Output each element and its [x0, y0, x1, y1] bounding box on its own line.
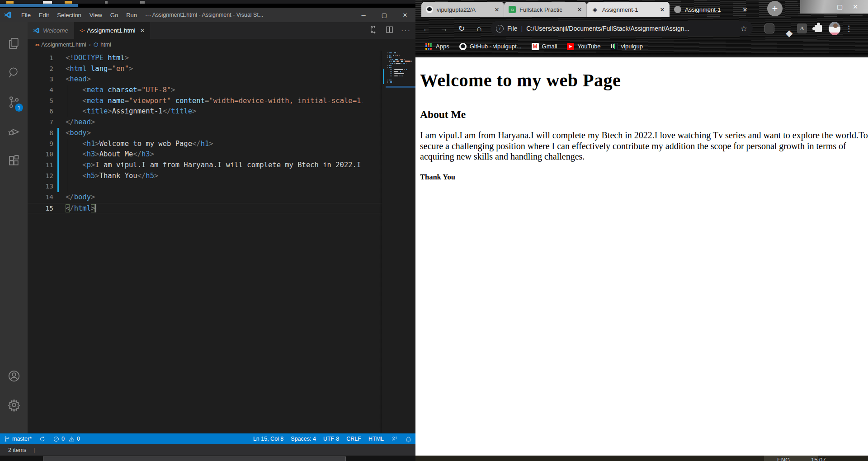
more-actions-icon[interactable]: ···: [401, 27, 411, 35]
code-line[interactable]: 13: [28, 181, 415, 192]
split-editor-icon[interactable]: [385, 25, 394, 36]
account-icon[interactable]: [0, 363, 28, 389]
bookmark-label: YouTube: [577, 43, 600, 50]
bookmark-item[interactable]: Apps: [425, 43, 449, 50]
minimap-currentline: [386, 86, 415, 88]
bookmark-star-icon[interactable]: ☆: [741, 24, 747, 33]
menu-item[interactable]: Selection: [53, 8, 85, 22]
address-bar[interactable]: i File | C:/Users/sanjil/Documents/FullS…: [491, 21, 753, 36]
tab-assignment1-html[interactable]: <> Assignment1.html ✕: [74, 22, 151, 39]
divider: |: [33, 447, 35, 453]
bookmark-item[interactable]: GitHub - vipulgupt...: [459, 43, 522, 50]
browser-tab[interactable]: Assignment-1✕: [670, 2, 752, 17]
code-line[interactable]: 12 <h5>Thank You</h5>: [28, 171, 415, 182]
notifications-bell-icon[interactable]: [401, 433, 415, 444]
chevron-right-icon: ›: [89, 42, 91, 48]
code-line[interactable]: 1<!DOCTYPE html>: [28, 53, 415, 64]
code-line[interactable]: 5 <meta name="viewport" content="width=d…: [28, 96, 415, 107]
close-icon[interactable]: ✕: [853, 3, 858, 10]
code-line[interactable]: 7</head>: [28, 117, 415, 128]
explorer-icon[interactable]: [0, 30, 28, 56]
encoding-item[interactable]: UTF-8: [320, 433, 343, 444]
menu-item[interactable]: View: [85, 8, 106, 22]
vscode-menubar: FileEditSelectionViewGoRun···: [17, 8, 155, 22]
line-number: 6: [28, 106, 53, 117]
chrome-menu-icon[interactable]: ⋮: [845, 24, 853, 33]
feedback-icon[interactable]: [387, 433, 401, 444]
line-number: 15: [28, 203, 53, 214]
extension-cube-icon[interactable]: ◆: [780, 23, 792, 34]
forward-icon[interactable]: →: [437, 22, 451, 35]
code-line[interactable]: 15</html>: [28, 203, 415, 214]
extensions-icon[interactable]: [0, 148, 28, 174]
code-line[interactable]: 9 <h1>Welcome to my web Page</h1>: [28, 139, 415, 150]
reload-icon[interactable]: ↻: [455, 22, 468, 35]
code-line[interactable]: 14</body>: [28, 192, 415, 203]
code-text: <h3>About Me</h3>: [66, 149, 363, 160]
acrobat-extension-icon[interactable]: A: [796, 23, 808, 34]
code-line[interactable]: 8<body>: [28, 128, 415, 139]
page-info-icon[interactable]: i: [496, 25, 504, 33]
tab-close-icon[interactable]: ✕: [741, 6, 749, 13]
tab-close-icon[interactable]: ✕: [576, 6, 583, 13]
search-icon[interactable]: [0, 60, 28, 86]
browser-tab[interactable]: ☺Fullstack Practic✕: [504, 2, 587, 17]
open-changes-icon[interactable]: [369, 25, 378, 36]
bookmark-item[interactable]: ▶YouTube: [567, 43, 600, 50]
maximize-icon[interactable]: ▢: [837, 3, 843, 10]
indentation-item[interactable]: Spaces: 4: [287, 433, 320, 444]
eol-item[interactable]: CRLF: [343, 433, 365, 444]
browser-tab[interactable]: vipulgupta22/A✕: [421, 2, 504, 17]
run-debug-icon[interactable]: [0, 118, 28, 145]
back-icon[interactable]: ←: [420, 22, 433, 35]
gmail-icon: M: [532, 43, 539, 50]
sync-changes-item[interactable]: [35, 433, 49, 444]
bookmark-item[interactable]: H▎vipulgup: [611, 43, 643, 50]
menu-item[interactable]: File: [17, 8, 35, 22]
new-tab-button[interactable]: +: [767, 1, 783, 16]
page-top-border: [415, 53, 868, 57]
menu-item[interactable]: Edit: [35, 8, 53, 22]
menu-item[interactable]: ···: [141, 8, 155, 22]
settings-gear-icon[interactable]: [0, 392, 28, 418]
breadcrumb[interactable]: <> Assignment1.html › ⬡ html: [28, 39, 415, 51]
page-heading-h1: Welcome to my web Page: [420, 70, 868, 91]
close-button[interactable]: ✕: [395, 8, 415, 22]
browser-tab-active[interactable]: ◈Assignment-1✕: [587, 2, 670, 17]
cursor-position-item[interactable]: Ln 15, Col 8: [250, 433, 287, 444]
git-branch-item[interactable]: master*: [0, 433, 35, 444]
tab-close-icon[interactable]: ✕: [140, 27, 145, 34]
source-control-icon[interactable]: 1: [0, 89, 28, 115]
code-line[interactable]: 11 <p>I am vipul.I am from Haryana.I wil…: [28, 160, 415, 171]
code-editor[interactable]: 1<!DOCTYPE html>2<html lang="en">3<head>…: [28, 51, 415, 433]
extensions-puzzle-icon[interactable]: [812, 23, 824, 34]
minimap[interactable]: [382, 51, 415, 433]
taskbar-clock: 15:07: [811, 456, 826, 461]
home-icon[interactable]: ⌂: [472, 22, 486, 35]
code-text: </body>: [66, 192, 363, 203]
menu-item[interactable]: Run: [122, 8, 141, 22]
tab-close-icon[interactable]: ✕: [493, 6, 500, 13]
breadcrumb-file[interactable]: Assignment1.html: [41, 42, 86, 48]
bookmark-item[interactable]: MGmail: [532, 43, 557, 50]
breadcrumb-symbol[interactable]: html: [100, 42, 111, 48]
tab-close-icon[interactable]: ✕: [659, 6, 666, 13]
url-text[interactable]: C:/Users/sanjil/Documents/FullStack/Assi…: [526, 25, 737, 32]
tab-welcome[interactable]: Welcome: [28, 22, 74, 39]
extension-collections-icon[interactable]: [764, 23, 775, 34]
line-number: 10: [28, 149, 53, 160]
file-favicon: ◈: [591, 6, 599, 13]
code-line[interactable]: 10 <h3>About Me</h3>: [28, 149, 415, 160]
language-mode-item[interactable]: HTML: [365, 433, 387, 444]
code-line[interactable]: 4 <meta charset="UTF-8">: [28, 85, 415, 96]
tab-label: Welcome: [43, 27, 68, 34]
code-line[interactable]: 6 <title>Assignment-1</title>: [28, 106, 415, 117]
problems-item[interactable]: 0 0: [49, 433, 84, 444]
code-line[interactable]: 3<head>: [28, 74, 415, 85]
code-line[interactable]: 2<html lang="en">: [28, 64, 415, 75]
minimize-button[interactable]: ─: [353, 8, 374, 22]
menu-item[interactable]: Go: [106, 8, 122, 22]
maximize-button[interactable]: ▢: [374, 8, 395, 22]
tab-title: Assignment-1: [685, 6, 741, 13]
profile-avatar[interactable]: [829, 23, 840, 34]
